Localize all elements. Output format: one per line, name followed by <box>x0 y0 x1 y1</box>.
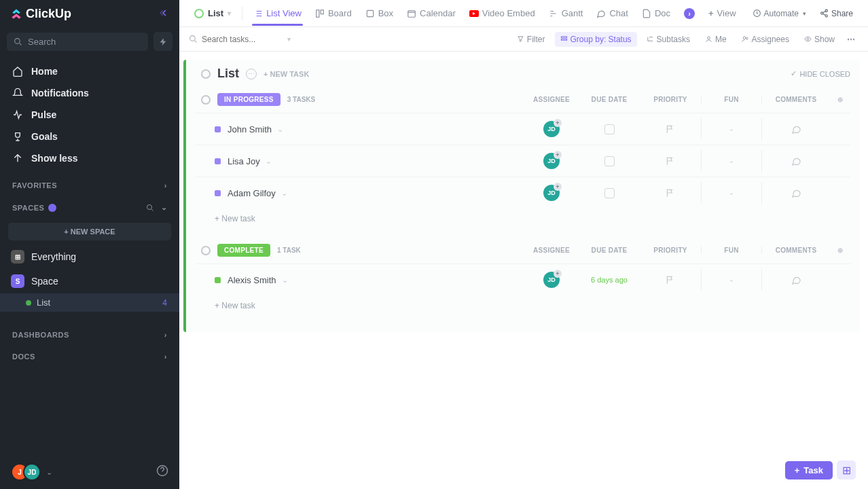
more-button[interactable]: ⋯ <box>844 35 858 44</box>
new-task-button[interactable]: + New task <box>196 295 850 313</box>
spaces-section[interactable]: SPACES ⌄ <box>0 196 179 219</box>
col-fun: FUN <box>701 247 762 254</box>
cell-due-date[interactable] <box>579 150 640 172</box>
task-menu-icon[interactable]: ⌄ <box>277 125 283 134</box>
task-row[interactable]: Lisa Joy ⌄ JD - <box>196 145 850 177</box>
search-tasks[interactable]: ▾ <box>189 35 291 44</box>
tab-gantt[interactable]: Gantt <box>543 1 589 25</box>
group-header: IN PROGRESS 3 TASKS ASSIGNEE DUE DATE PR… <box>196 90 850 113</box>
new-task-button[interactable]: + New task <box>196 209 850 226</box>
hide-closed-button[interactable]: ✓HIDE CLOSED <box>791 69 850 78</box>
favorites-section[interactable]: FAVORITES › <box>0 175 179 196</box>
cell-comments[interactable] <box>762 269 830 291</box>
docs-section[interactable]: DOCS › <box>0 346 179 367</box>
task-status-dot[interactable] <box>215 158 221 164</box>
task-menu-icon[interactable]: ⌄ <box>266 157 272 166</box>
calendar-icon[interactable] <box>604 156 615 166</box>
sidebar-item-space[interactable]: S Space <box>0 269 179 293</box>
add-column-button[interactable]: ⊕ <box>830 96 850 103</box>
filter-button[interactable]: Filter <box>511 32 551 47</box>
new-task-fab[interactable]: +Task <box>785 461 833 479</box>
tab-doc[interactable]: Doc <box>636 1 676 25</box>
col-priority: PRIORITY <box>640 247 701 254</box>
new-task-inline[interactable]: + NEW TASK <box>264 70 309 78</box>
chevron-down-icon[interactable]: ⌄ <box>161 203 168 212</box>
tab-calendar[interactable]: Calendar <box>401 1 461 25</box>
add-view-button[interactable]: +View <box>703 1 742 25</box>
task-status-dot[interactable] <box>215 277 221 283</box>
new-space-button[interactable]: + NEW SPACE <box>8 223 171 240</box>
quick-action-button[interactable] <box>153 32 173 51</box>
tab-list-view[interactable]: List View <box>248 1 307 25</box>
chevron-down-icon[interactable]: ⌄ <box>46 468 52 477</box>
show-button[interactable]: Show <box>799 32 840 47</box>
cell-comments[interactable] <box>762 118 830 140</box>
cell-fun[interactable]: - <box>701 118 762 140</box>
cell-priority[interactable] <box>640 150 701 172</box>
collapse-sidebar-button[interactable] <box>159 7 170 21</box>
nav-goals[interactable]: Goals <box>0 126 179 147</box>
breadcrumb-list[interactable]: List ▾ <box>189 8 236 18</box>
expand-toggle[interactable] <box>201 69 211 79</box>
cell-comments[interactable] <box>762 182 830 204</box>
cell-due-date[interactable]: 6 days ago <box>579 269 640 291</box>
sidebar-item-list[interactable]: List 4 <box>0 293 179 312</box>
status-pill[interactable]: IN PROGRESS <box>217 93 281 106</box>
info-icon[interactable]: ⋯ <box>246 69 257 79</box>
task-row[interactable]: Adam Gilfoy ⌄ JD - <box>196 177 850 209</box>
add-column-button[interactable]: ⊕ <box>830 247 850 254</box>
nav-pulse[interactable]: Pulse <box>0 104 179 126</box>
task-status-dot[interactable] <box>215 126 221 132</box>
task-menu-icon[interactable]: ⌄ <box>282 276 288 285</box>
cell-fun[interactable]: - <box>701 150 762 172</box>
status-pill[interactable]: COMPLETE <box>217 244 270 257</box>
topbar: List ▾ List View Board Box Calendar Vide… <box>179 0 868 27</box>
list-status-dot <box>26 300 31 306</box>
group-collapse-toggle[interactable] <box>201 246 211 255</box>
tab-chat[interactable]: Chat <box>591 1 633 25</box>
dashboards-section[interactable]: DASHBOARDS › <box>0 324 179 346</box>
calendar-icon[interactable] <box>604 188 615 198</box>
task-row[interactable]: Alexis Smith ⌄ JD 6 days ago - <box>196 264 850 295</box>
share-button[interactable]: Share <box>814 5 858 22</box>
app-logo[interactable]: ClickUp <box>10 7 71 21</box>
chevron-down-icon[interactable]: ▾ <box>287 35 291 43</box>
tab-board[interactable]: Board <box>310 1 357 25</box>
cell-fun[interactable]: - <box>701 269 762 291</box>
cell-priority[interactable] <box>640 118 701 140</box>
group-by-button[interactable]: Group by: Status <box>555 32 637 47</box>
cell-assignee[interactable]: JD <box>524 182 579 204</box>
task-menu-icon[interactable]: ⌄ <box>281 189 287 198</box>
cell-due-date[interactable] <box>579 118 640 140</box>
user-avatar-2[interactable]: JD <box>23 463 41 481</box>
cell-assignee[interactable]: JD <box>524 150 579 172</box>
nav-show-less[interactable]: Show less <box>0 147 179 169</box>
subtasks-button[interactable]: Subtasks <box>641 32 695 47</box>
cell-priority[interactable] <box>640 269 701 291</box>
cell-assignee[interactable]: JD <box>524 118 579 140</box>
me-button[interactable]: Me <box>700 32 732 47</box>
task-row[interactable]: John Smith ⌄ JD - <box>196 113 850 145</box>
cell-comments[interactable] <box>762 150 830 172</box>
nav-home[interactable]: Home <box>0 60 179 82</box>
cell-due-date[interactable] <box>579 182 640 204</box>
assignees-button[interactable]: Assignees <box>736 32 795 47</box>
group-collapse-toggle[interactable] <box>201 95 211 105</box>
cell-priority[interactable] <box>640 182 701 204</box>
fab-more-button[interactable]: ⊞ <box>837 460 856 479</box>
view-scroll-button[interactable]: › <box>679 1 700 26</box>
task-status-dot[interactable] <box>215 190 221 196</box>
help-button[interactable] <box>156 465 168 479</box>
nav-notifications[interactable]: Notifications <box>0 82 179 104</box>
sidebar-item-everything[interactable]: ⊞ Everything <box>0 244 179 269</box>
tab-box[interactable]: Box <box>360 1 399 25</box>
cell-assignee[interactable]: JD <box>524 269 579 291</box>
cell-fun[interactable]: - <box>701 182 762 204</box>
search-tasks-input[interactable] <box>202 35 283 44</box>
comment-icon <box>791 275 801 285</box>
calendar-icon[interactable] <box>604 124 615 134</box>
search-icon[interactable] <box>146 204 154 212</box>
tab-video-embed[interactable]: Video Embed <box>464 1 541 25</box>
automate-button[interactable]: Automate▾ <box>747 5 812 22</box>
sidebar-search[interactable]: Search <box>7 33 148 51</box>
